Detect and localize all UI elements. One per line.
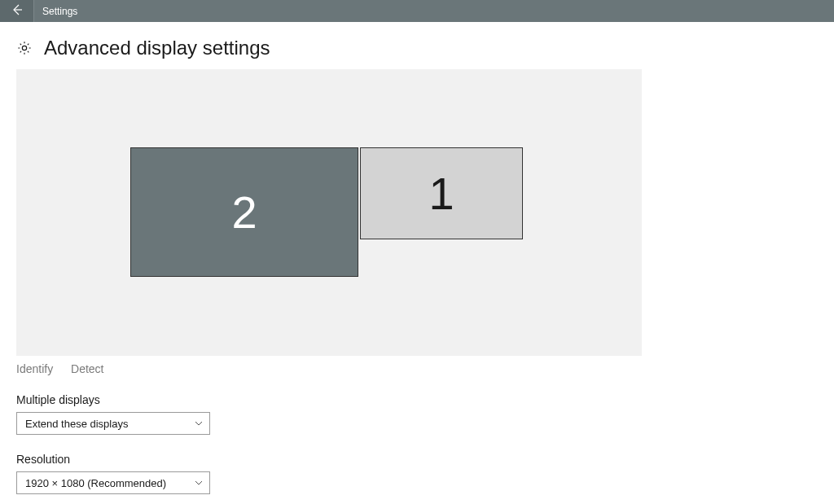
svg-point-0 (22, 46, 26, 50)
monitor-1-label: 1 (428, 167, 454, 220)
display-action-links: Identify Detect (16, 362, 818, 375)
monitor-1[interactable]: 1 (360, 147, 523, 239)
multiple-displays-value: Extend these displays (25, 418, 128, 430)
multiple-displays-label: Multiple displays (16, 393, 818, 406)
page-title: Advanced display settings (44, 37, 270, 59)
resolution-value: 1920 × 1080 (Recommended) (25, 477, 166, 489)
titlebar: Settings (0, 0, 834, 22)
page-header: Advanced display settings (16, 37, 818, 59)
resolution-dropdown[interactable]: 1920 × 1080 (Recommended) (16, 471, 210, 494)
monitor-2[interactable]: 2 (130, 147, 358, 277)
multiple-displays-dropdown[interactable]: Extend these displays (16, 412, 210, 435)
app-title: Settings (34, 6, 77, 17)
monitor-2-label: 2 (231, 186, 257, 239)
gear-icon (16, 40, 33, 56)
arrow-left-icon (11, 3, 24, 19)
back-button[interactable] (0, 0, 34, 22)
chevron-down-icon (195, 479, 203, 487)
display-arrangement-area[interactable]: 2 1 (16, 69, 642, 356)
identify-link[interactable]: Identify (16, 362, 53, 375)
content-area: Advanced display settings 2 1 Identify D… (0, 22, 834, 504)
detect-link[interactable]: Detect (71, 362, 103, 375)
resolution-label: Resolution (16, 453, 818, 466)
chevron-down-icon (195, 419, 203, 427)
